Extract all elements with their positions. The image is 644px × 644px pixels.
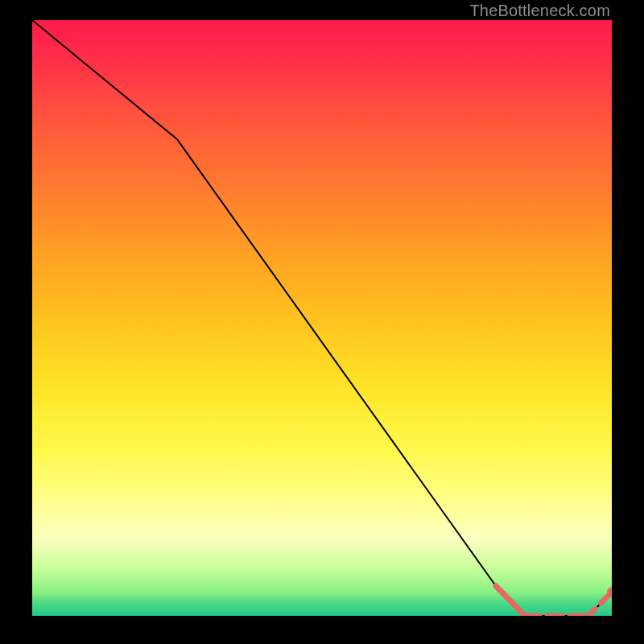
chart-svg	[32, 20, 612, 616]
watermark-text: TheBottleneck.com	[469, 2, 610, 20]
chart-frame: TheBottleneck.com	[0, 0, 644, 644]
highlight-segment-group	[496, 586, 612, 616]
plot-area	[32, 20, 612, 616]
main-curve-line	[32, 20, 612, 616]
